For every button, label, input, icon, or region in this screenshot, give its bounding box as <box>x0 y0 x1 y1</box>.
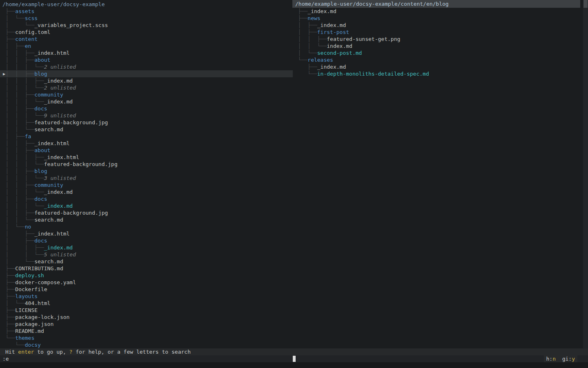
tree-row-first-post[interactable]: │ ├──first-post <box>292 29 583 36</box>
tree-row--index-html[interactable]: │ │ │ ├──_index.html <box>0 154 293 161</box>
entry-name: search.md <box>34 126 63 132</box>
tree-row--index-md[interactable]: │ │ │ └──_index.md <box>0 202 293 209</box>
tree-row--index-html[interactable]: │ ├──_index.html <box>0 230 293 237</box>
tree-row-themes[interactable]: └──themes <box>0 334 293 341</box>
tree-branch-lines: └── <box>2 335 15 341</box>
tree-row-docs[interactable]: │ │ ├──docs <box>0 105 293 112</box>
tree-row-2-unlisted[interactable]: │ │ │ └──2 unlisted <box>0 63 293 70</box>
tree-row-layouts[interactable]: ├──layouts <box>0 293 293 300</box>
tree-branch-lines: │ └── <box>2 15 25 21</box>
tree-row-9-unlisted[interactable]: │ │ │ └──9 unlisted <box>0 112 293 119</box>
entry-name: fa <box>25 133 31 139</box>
tree-row-docs[interactable]: │ │ ├──docs <box>0 195 293 202</box>
tree-row-community[interactable]: │ │ ├──community <box>0 182 293 188</box>
tree-branch-lines: │ ├── <box>2 43 25 49</box>
tree-branch-lines: ├── <box>2 286 15 292</box>
entry-name: _index.md <box>44 189 73 195</box>
tree-row-search-md[interactable]: │ │ └──search.md <box>0 126 293 133</box>
status-text: for help, or a few letters to search <box>72 349 191 355</box>
entry-name: community <box>34 182 63 188</box>
entry-name: _index.md <box>317 64 346 70</box>
tree-row-no[interactable]: │ └──no <box>0 223 293 230</box>
right-tree-panel: /home/example-user/docsy-example/content… <box>292 0 583 77</box>
tree-row-scss[interactable]: │ └──scss <box>0 15 293 22</box>
tree-row-news[interactable]: ├──news <box>292 15 583 22</box>
tree-branch-lines: │ │ │ └── <box>2 203 44 209</box>
tree-row--index-html[interactable]: │ │ ├──_index.html <box>0 49 293 56</box>
entry-name: _variables_project.scss <box>34 22 108 28</box>
status-text: Hit <box>5 349 18 355</box>
tree-branch-lines: │ │ ├── <box>2 92 34 98</box>
tree-row-search-md[interactable]: │ └──search.md <box>0 258 293 265</box>
tree-row-package-lock-json[interactable]: ├──package-lock.json <box>0 314 293 321</box>
tree-row-readme-md[interactable]: ├──README.md <box>0 328 293 334</box>
tree-row-featured-background-jpg[interactable]: │ │ ├──featured-background.jpg <box>0 209 293 216</box>
tree-row-releases[interactable]: └──releases <box>292 56 583 63</box>
tree-row--variables-project-scss[interactable]: │ └──_variables_project.scss <box>0 22 293 29</box>
tree-row-3-unlisted[interactable]: │ │ │ └──3 unlisted <box>0 175 293 182</box>
tree-row-about[interactable]: │ │ ├──about <box>0 147 293 154</box>
tree-row-contributing-md[interactable]: ├──CONTRIBUTING.md <box>0 265 293 272</box>
text-cursor <box>293 356 296 362</box>
entry-name: docker-compose.yaml <box>15 279 76 285</box>
tree-branch-lines: │ │ └── <box>295 43 327 49</box>
selection-arrow-icon: ▶ <box>3 70 5 77</box>
tree-row-deploy-sh[interactable]: ├──deploy.sh <box>0 272 293 279</box>
tree-row-docsy[interactable]: └──docsy <box>0 341 293 348</box>
tree-row--index-md[interactable]: │ │ │ ├──_index.md <box>0 77 293 84</box>
tree-row-docs[interactable]: │ ├──docs <box>0 237 293 244</box>
tree-row--index-md[interactable]: │ │ │ └──_index.md <box>0 98 293 105</box>
tree-branch-lines: │ │ ├── <box>2 168 34 174</box>
scrollbar-thumb[interactable] <box>584 0 588 8</box>
tree-row-package-json[interactable]: ├──package.json <box>0 321 293 328</box>
tree-row-fa[interactable]: │ ├──fa <box>0 133 293 140</box>
flag-gitignore-label: gi: <box>562 356 572 362</box>
tree-row--index-md[interactable]: │ ├──_index.md <box>292 22 583 29</box>
tree-branch-lines: │ │ │ ├── <box>2 154 44 160</box>
tree-row--index-md[interactable]: │ │ │ └──_index.md <box>0 188 293 195</box>
tree-row-assets[interactable]: ├──assets <box>0 8 293 15</box>
tree-row-featured-background-jpg[interactable]: │ │ │ └──featured-background.jpg <box>0 161 293 168</box>
tree-row-featured-background-jpg[interactable]: │ │ ├──featured-background.jpg <box>0 119 293 126</box>
tree-row-second-post-md[interactable]: │ └──second-post.md <box>292 49 583 56</box>
tree-row-about[interactable]: │ │ ├──about <box>0 56 293 63</box>
tree-row-index-md[interactable]: │ │ └──index.md <box>292 43 583 49</box>
tree-row-content[interactable]: ├──content <box>0 36 293 43</box>
entry-name: featured-sunset-get.png <box>327 36 400 42</box>
entry-name: en <box>25 43 31 49</box>
tree-row-blog[interactable]: ▶ │ │ ├──blog <box>0 70 293 77</box>
tree-row--index-md[interactable]: │ │ ├──_index.md <box>0 244 293 251</box>
tree-row-featured-sunset-get-png[interactable]: │ │ ├──featured-sunset-get.png <box>292 36 583 43</box>
scrollbar-track[interactable] <box>583 0 588 348</box>
entry-name: themes <box>15 335 34 341</box>
tree-row-blog[interactable]: │ │ ├──blog <box>0 168 293 175</box>
tree-row-community[interactable]: │ │ ├──community <box>0 91 293 98</box>
tree-row--index-md[interactable]: ├──_index.md <box>292 63 583 70</box>
command-input-value[interactable]: :e <box>2 355 9 362</box>
entry-name: news <box>307 15 320 21</box>
tree-row-dockerfile[interactable]: ├──Dockerfile <box>0 286 293 293</box>
left-panel-root-path[interactable]: /home/example-user/docsy-example <box>0 1 293 8</box>
tree-branch-lines: │ ├── <box>2 231 34 237</box>
tree-row-docker-compose-yaml[interactable]: ├──docker-compose.yaml <box>0 279 293 286</box>
entry-name: blog <box>34 71 47 77</box>
tree-panels: /home/example-user/docsy-example ├──asse… <box>0 0 588 348</box>
tree-row-config-toml[interactable]: ├──config.toml <box>0 29 293 36</box>
tree-row-license[interactable]: ├──LICENSE <box>0 307 293 314</box>
tree-branch-lines: │ │ ├── <box>2 105 34 112</box>
entry-name: package-lock.json <box>15 314 69 320</box>
tree-branch-lines: ├── <box>2 29 15 35</box>
command-input-bar[interactable]: :e h:n gi:y <box>0 355 588 362</box>
tree-row-in-depth-monoliths-detailed-spec-md[interactable]: └──in-depth-monoliths-detailed-spec.md <box>292 70 583 77</box>
tree-row-2-unlisted[interactable]: │ │ │ └──2 unlisted <box>0 84 293 91</box>
tree-row--index-html[interactable]: │ │ ├──_index.html <box>0 140 293 147</box>
right-panel-root-path[interactable]: /home/example-user/docsy-example/content… <box>292 0 580 8</box>
tree-branch-lines: │ └── <box>2 224 25 230</box>
tree-row-404-html[interactable]: │ └──404.html <box>0 300 293 307</box>
tree-branch-lines: │ │ ├── <box>2 147 34 153</box>
entry-name: releases <box>307 57 333 63</box>
tree-row--index-md[interactable]: ├──_index.md <box>292 8 583 15</box>
tree-row-search-md[interactable]: │ │ └──search.md <box>0 216 293 223</box>
tree-row-5-unlisted[interactable]: │ │ └──5 unlisted <box>0 251 293 258</box>
tree-row-en[interactable]: │ ├──en <box>0 43 293 49</box>
